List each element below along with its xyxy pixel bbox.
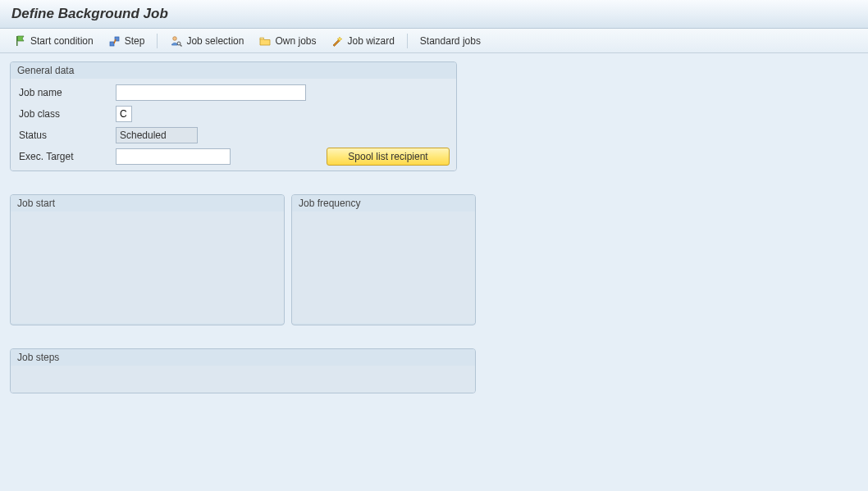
job-frequency-group: Job frequency (291, 194, 476, 325)
folder-icon (258, 34, 272, 48)
svg-rect-1 (110, 42, 114, 46)
exec-target-label: Exec. Target (17, 148, 116, 166)
start-condition-label: Start condition (30, 35, 94, 47)
svg-point-3 (173, 36, 177, 40)
job-start-title: Job start (11, 195, 284, 211)
row-job-class: Job class (17, 105, 450, 123)
wizard-icon (331, 34, 344, 48)
job-class-label: Job class (17, 105, 116, 123)
general-data-title: General data (11, 62, 456, 79)
job-name-input[interactable] (116, 84, 306, 101)
job-steps-group: Job steps (10, 348, 476, 393)
page-title: Define Background Job (11, 6, 168, 21)
job-class-input[interactable] (116, 106, 132, 122)
job-start-body (11, 211, 284, 323)
person-search-icon (170, 34, 183, 48)
standard-jobs-button[interactable]: Standard jobs (414, 32, 487, 50)
flag-icon (14, 34, 27, 48)
spool-list-recipient-button[interactable]: Spool list recipient (327, 148, 450, 166)
svg-rect-6 (260, 38, 264, 39)
toolbar-separator (407, 34, 408, 48)
job-wizard-label: Job wizard (347, 35, 394, 47)
job-wizard-button[interactable]: Job wizard (325, 32, 400, 50)
job-steps-body (11, 366, 475, 393)
row-status: Status Scheduled (17, 126, 450, 144)
job-frequency-title: Job frequency (292, 195, 475, 211)
own-jobs-label: Own jobs (275, 35, 316, 47)
title-bar: Define Background Job (0, 0, 868, 29)
general-data-body: Job name Job class Status Scheduled Exec… (11, 79, 456, 170)
row-start-freq: Job start Job frequency (10, 194, 858, 325)
app-toolbar: Start condition Step Job selection (0, 29, 868, 53)
step-icon (108, 34, 121, 48)
job-start-group: Job start (10, 194, 285, 325)
status-label: Status (17, 126, 116, 144)
svg-point-4 (177, 42, 180, 45)
row-job-name: Job name (17, 84, 450, 102)
start-condition-button[interactable]: Start condition (8, 32, 99, 50)
job-selection-label: Job selection (186, 35, 244, 47)
step-label: Step (125, 35, 145, 47)
content-area: General data Job name Job class Status S… (0, 53, 868, 491)
own-jobs-button[interactable]: Own jobs (253, 32, 322, 50)
row-exec-target: Exec. Target Spool list recipient (17, 148, 450, 166)
standard-jobs-label: Standard jobs (420, 35, 481, 47)
general-data-group: General data Job name Job class Status S… (10, 61, 457, 171)
exec-target-input[interactable] (116, 148, 231, 165)
toolbar-separator (157, 34, 158, 48)
job-steps-title: Job steps (11, 349, 475, 366)
job-selection-button[interactable]: Job selection (164, 32, 249, 50)
status-value: Scheduled (116, 127, 198, 143)
job-frequency-body (292, 211, 475, 323)
svg-line-5 (180, 44, 182, 46)
step-button[interactable]: Step (103, 32, 151, 50)
job-name-label: Job name (17, 84, 116, 102)
